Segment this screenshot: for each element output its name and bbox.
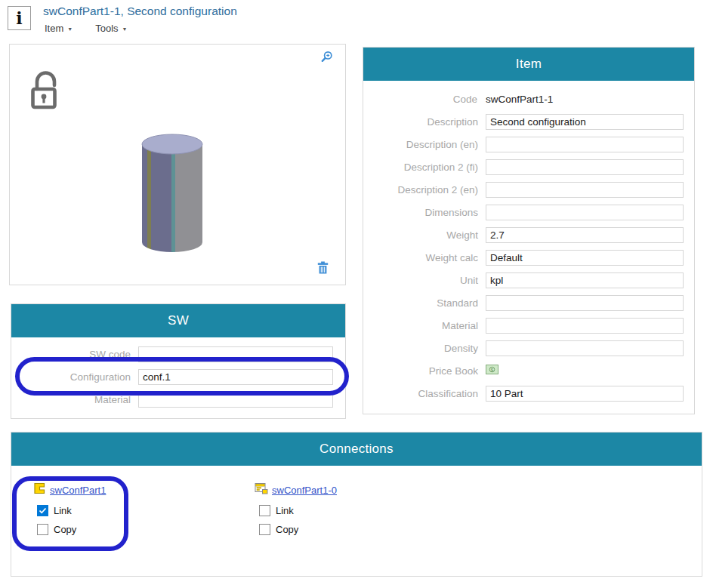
item-card-icon	[255, 482, 268, 498]
sw-part-icon	[32, 482, 46, 498]
code-value: swConfPart1-1	[485, 94, 684, 105]
connection-swconfpart1: swConfPart1 Link Copy	[32, 482, 106, 535]
item-panel-title: Item	[516, 57, 542, 72]
field-row-standard: Standard	[363, 291, 684, 314]
field-row-dimensions: Dimensions	[363, 201, 684, 223]
connections-panel-header: Connections	[11, 433, 702, 466]
chevron-down-icon: ▼	[122, 25, 128, 32]
description2-en-label: Description 2 (en)	[363, 184, 478, 195]
field-row-description2-fi: Description 2 (fi)	[363, 155, 684, 178]
unit-label: Unit	[363, 275, 478, 286]
standard-input[interactable]	[486, 295, 684, 311]
page-title: swConfPart1-1, Second configuration	[43, 5, 237, 18]
connection-link-swconfpart1[interactable]: swConfPart1	[50, 485, 106, 496]
configuration-label: Configuration	[11, 371, 131, 383]
field-row-description: Description	[363, 110, 684, 133]
connections-panel-title: Connections	[319, 442, 394, 457]
description-label: Description	[363, 116, 478, 128]
dimensions-label: Dimensions	[363, 207, 478, 218]
cylinder-3d-model[interactable]	[141, 134, 203, 256]
item-panel: Item Code swConfPart1-1 Description Desc…	[363, 47, 695, 414]
sw-panel-header: SW	[11, 304, 345, 337]
weight-input[interactable]	[486, 227, 684, 243]
item-panel-header: Item	[363, 48, 694, 81]
copy-checkbox[interactable]	[259, 524, 270, 535]
field-row-weight-calc: Weight calc	[363, 246, 684, 269]
menu-tools-label: Tools	[95, 23, 118, 34]
field-row-sw-code: SW code	[11, 343, 333, 365]
connection-swconfpart1-0: swConfPart1-0 Link Copy	[255, 482, 337, 535]
sw-material-label: Material	[11, 394, 131, 405]
material-input[interactable]	[486, 318, 684, 334]
sw-code-input[interactable]	[138, 346, 333, 362]
info-icon: i	[8, 6, 31, 30]
density-input[interactable]	[486, 340, 684, 356]
code-label: Code	[363, 94, 477, 105]
standard-label: Standard	[363, 297, 478, 309]
density-label: Density	[363, 343, 478, 354]
description-input[interactable]	[486, 114, 684, 130]
sw-panel: SW SW code Configuration Material	[11, 303, 346, 419]
menu-item-label: Item	[45, 23, 63, 34]
connection-link-swconfpart1-0[interactable]: swConfPart1-0	[272, 485, 337, 496]
description2-en-input[interactable]	[486, 182, 684, 198]
link-option-row: Link	[37, 505, 106, 516]
sw-panel-title: SW	[168, 313, 189, 328]
delete-preview-icon[interactable]	[317, 261, 329, 277]
field-row-weight: Weight	[363, 223, 684, 246]
field-row-price-book: Price Book $	[363, 359, 684, 382]
link-checkbox-label: Link	[276, 505, 294, 516]
sw-material-input[interactable]	[138, 392, 333, 408]
field-row-code: Code swConfPart1-1	[363, 88, 684, 110]
description2-fi-label: Description 2 (fi)	[363, 162, 478, 173]
money-bill-icon[interactable]: $	[486, 364, 498, 377]
field-row-density: Density	[363, 337, 684, 359]
dimensions-input[interactable]	[486, 205, 684, 220]
weight-calc-input[interactable]	[486, 250, 684, 266]
copy-checkbox[interactable]	[37, 524, 48, 535]
description-en-input[interactable]	[486, 137, 684, 152]
field-row-sw-material: Material	[11, 388, 333, 411]
copy-option-row: Copy	[259, 524, 337, 535]
menu-item[interactable]: Item ▼	[45, 23, 73, 34]
link-checkbox-label: Link	[54, 505, 72, 516]
menubar: Item ▼ Tools ▼	[45, 23, 128, 34]
material-label: Material	[363, 320, 478, 331]
sw-code-label: SW code	[11, 349, 131, 360]
weight-calc-label: Weight calc	[363, 252, 478, 263]
weight-label: Weight	[363, 229, 478, 241]
field-row-configuration: Configuration	[11, 365, 333, 388]
field-row-description-en: Description (en)	[363, 133, 684, 155]
field-row-material: Material	[363, 314, 684, 337]
link-checkbox[interactable]	[259, 505, 270, 516]
connections-panel: Connections swConfPart1 Link Copy	[11, 432, 702, 577]
price-book-label: Price Book	[363, 365, 478, 377]
classification-label: Classification	[363, 388, 478, 399]
copy-checkbox-label: Copy	[54, 524, 76, 535]
classification-input[interactable]	[486, 386, 684, 402]
configuration-input[interactable]	[138, 369, 333, 385]
unit-input[interactable]	[486, 272, 684, 288]
chevron-down-icon: ▼	[67, 25, 73, 32]
unlocked-padlock-icon	[29, 69, 64, 112]
field-row-classification: Classification	[363, 382, 684, 405]
zoom-preview-icon[interactable]	[320, 51, 333, 66]
description2-fi-input[interactable]	[486, 159, 684, 175]
link-option-row: Link	[259, 505, 337, 516]
copy-option-row: Copy	[37, 524, 106, 535]
copy-checkbox-label: Copy	[276, 524, 298, 535]
field-row-unit: Unit	[363, 269, 684, 291]
link-checkbox[interactable]	[37, 505, 48, 516]
preview-panel	[9, 44, 346, 285]
menu-tools[interactable]: Tools ▼	[95, 23, 127, 34]
description-en-label: Description (en)	[363, 139, 478, 150]
field-row-description2-en: Description 2 (en)	[363, 178, 684, 201]
